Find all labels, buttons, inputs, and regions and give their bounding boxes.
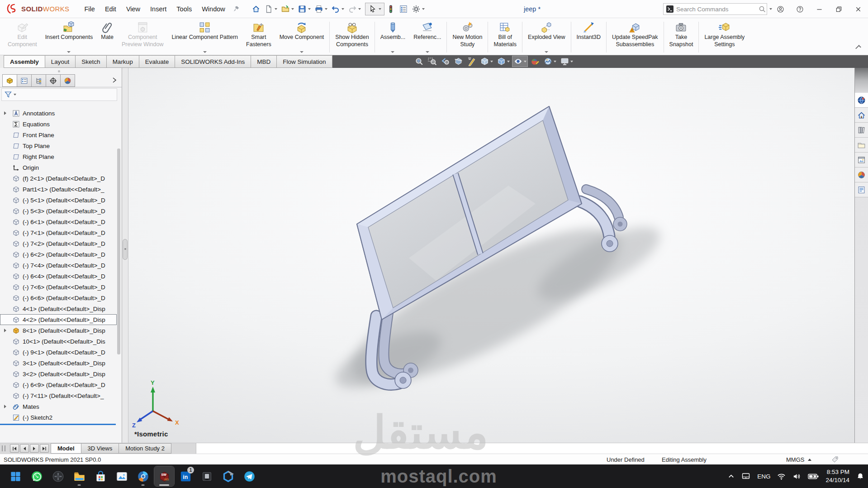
last-tab-button[interactable] [40, 444, 49, 453]
tab-evaluate[interactable]: Evaluate [139, 55, 175, 68]
menu-tools[interactable]: Tools [171, 3, 197, 15]
options-button[interactable] [410, 3, 427, 15]
telegram-taskbar-button[interactable] [239, 466, 259, 486]
tree-item-3-2-default[interactable]: 3<2> (Default<<Default>_Disp [0, 368, 117, 379]
manager-tab-propertymanager[interactable] [17, 74, 32, 87]
tree-item-right-plane[interactable]: Right Plane [0, 151, 117, 162]
options-dropdown-caret[interactable] [422, 8, 425, 10]
file-properties-button[interactable] [397, 3, 410, 15]
taskpane-file-explorer[interactable] [855, 138, 868, 153]
ribbon-new-motion[interactable]: New Motion Study [448, 19, 486, 55]
tree-item-8-1-default[interactable]: 8<1> (Default<<Default>_Disp [0, 325, 117, 336]
taskpane-custom-properties[interactable] [855, 182, 868, 197]
ribbon-assemb[interactable]: Assemb... [376, 19, 410, 55]
expand-arrow-icon[interactable] [4, 329, 6, 332]
help-button[interactable] [790, 0, 810, 18]
tree-item-annotations[interactable]: Annotations [0, 108, 117, 119]
tree-item-equations[interactable]: Equations [0, 119, 117, 129]
select-button[interactable] [365, 3, 384, 15]
new-document-button[interactable] [262, 3, 279, 15]
open-dropdown-caret[interactable] [291, 8, 294, 10]
tree-item-top-plane[interactable]: Top Plane [0, 140, 117, 151]
tab-mbd[interactable]: MBD [251, 55, 277, 68]
home-button[interactable] [250, 3, 262, 15]
panel-expand-chevron-icon[interactable] [111, 76, 118, 84]
ribbon-mate[interactable]: Mate [97, 19, 118, 55]
expand-arrow-icon[interactable] [4, 405, 6, 408]
tab-solidworks-add-ins[interactable]: SOLIDWORKS Add-Ins [175, 55, 251, 68]
tree-item-7-11-def[interactable]: (-) 7<11> (Default<<Default>_ [0, 390, 117, 401]
tree-item-6-9-defa[interactable]: (-) 6<9> (Default<<Default>_D [0, 379, 117, 390]
microsoft-365-taskbar-button[interactable] [218, 466, 238, 486]
battery-charging-icon[interactable] [808, 473, 819, 480]
manager-tab-dimxpertmanager[interactable] [46, 74, 61, 87]
restore-button[interactable] [829, 0, 849, 18]
taskbar-clock[interactable]: 8:53 PM 24/10/14 [825, 468, 849, 484]
tree-scrollbar[interactable] [117, 148, 120, 354]
tree-item-4-1-default[interactable]: 4<1> (Default<<Default>_Disp [0, 303, 117, 314]
command-search[interactable] [663, 3, 767, 15]
panel-drag-handle[interactable] [58, 70, 60, 72]
tree-item-front-plane[interactable]: Front Plane [0, 129, 117, 140]
dropdown-caret-icon[interactable] [300, 51, 304, 53]
tab-assembly[interactable]: Assembly [4, 55, 45, 68]
game-taskbar-button[interactable] [48, 466, 68, 486]
menu-file[interactable]: File [80, 3, 100, 15]
tree-item-5-1-defa[interactable]: (-) 5<1> (Default<<Default>_D [0, 195, 117, 206]
tab-markup[interactable]: Markup [106, 55, 139, 68]
tree-item-f-2-1-defa[interactable]: (f) 2<1> (Default<<Default>_D [0, 173, 117, 184]
select-dropdown-caret[interactable] [379, 8, 381, 10]
browser-taskbar-button[interactable] [133, 466, 153, 486]
dropdown-caret-icon[interactable] [426, 51, 429, 53]
ribbon-linear-component-pattern[interactable]: Linear Component Pattern [167, 19, 242, 55]
rollback-bar[interactable] [0, 424, 116, 425]
open-button[interactable] [279, 3, 296, 15]
pin-icon[interactable] [233, 5, 240, 12]
tree-filter-row[interactable] [1, 88, 117, 101]
search-icon[interactable] [759, 5, 766, 13]
taskpane-solidworks-resources[interactable] [855, 93, 868, 108]
manager-tab-featuremanager-design-tree[interactable] [2, 74, 17, 87]
taskpane-home[interactable] [855, 108, 868, 123]
taskpane-view-palette[interactable] [855, 153, 868, 167]
tree-item-9-1-defa[interactable]: (-) 9<1> (Default<<Default>_D [0, 347, 117, 358]
tab-sketch[interactable]: Sketch [75, 55, 106, 68]
tree-item-origin[interactable]: Origin [0, 162, 117, 173]
minimize-button[interactable] [810, 0, 829, 18]
tree-item-4-2-default[interactable]: 4<2> (Default<<Default>_Disp [0, 314, 117, 325]
tree-item-7-6-defa[interactable]: (-) 7<6> (Default<<Default>_D [0, 282, 117, 292]
save-button[interactable] [296, 3, 313, 15]
tree-item-5-3-defa[interactable]: (-) 5<3> (Default<<Default>_D [0, 206, 117, 216]
tab-layout[interactable]: Layout [45, 55, 76, 68]
filter-dropdown-caret[interactable] [14, 94, 16, 96]
ribbon-update-speedpak[interactable]: Update SpeedPak Subassemblies [608, 19, 662, 55]
volume-icon[interactable] [792, 472, 801, 481]
print-dropdown-caret[interactable] [325, 8, 327, 10]
solidworks-taskbar-button[interactable]: SW2021 [154, 466, 174, 486]
tree-item-3-1-default[interactable]: 3<1> (Default<<Default>_Disp [0, 358, 117, 368]
dropdown-caret-icon[interactable] [203, 51, 207, 53]
doc-tab-model[interactable]: Model [51, 443, 81, 454]
language-indicator[interactable]: ENG [757, 473, 770, 480]
redo-dropdown-caret[interactable] [358, 8, 361, 10]
tree-item-7-4-defa[interactable]: (-) 7<4> (Default<<Default>_D [0, 260, 117, 271]
manager-tab-configurationmanager[interactable] [31, 74, 46, 87]
undo-button[interactable] [329, 3, 346, 15]
tag-icon[interactable] [831, 454, 839, 465]
microsoft-store-taskbar-button[interactable] [90, 466, 110, 486]
undo-dropdown-caret[interactable] [342, 8, 344, 10]
tree-item-sketch2[interactable]: (-) Sketch2 [0, 412, 117, 423]
menu-edit[interactable]: Edit [100, 3, 121, 15]
graphics-area[interactable]: Y Z X *Isometric [128, 68, 854, 443]
ribbon-exploded-view[interactable]: Exploded View [524, 19, 569, 55]
tree-item-6-6-defa[interactable]: (-) 6<6> (Default<<Default>_D [0, 292, 117, 303]
tree-item-6-1-defa[interactable]: (-) 6<1> (Default<<Default>_D [0, 216, 117, 227]
wifi-icon[interactable] [777, 472, 786, 481]
tree-item-7-1-defa[interactable]: (-) 7<1> (Default<<Default>_D [0, 227, 117, 238]
tree-item-mates[interactable]: Mates [0, 401, 117, 412]
tree-item-7-2-defa[interactable]: (-) 7<2> (Default<<Default>_D [0, 238, 117, 249]
panel-splitter[interactable] [122, 68, 128, 443]
whatsapp-taskbar-button[interactable] [27, 466, 47, 486]
menu-view[interactable]: View [121, 3, 145, 15]
ribbon-referenc[interactable]: Referenc... [409, 19, 445, 55]
